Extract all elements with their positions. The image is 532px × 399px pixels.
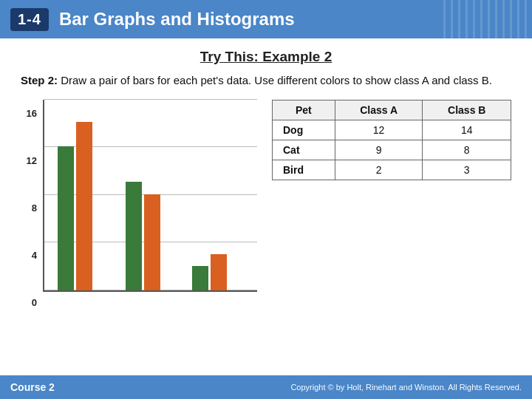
bar-bird-a xyxy=(192,266,208,290)
table-row: Bird 2 3 xyxy=(273,160,511,180)
cell-b-3: 3 xyxy=(423,160,511,180)
col-header-pet: Pet xyxy=(273,100,335,120)
footer-course: Course 2 xyxy=(10,381,55,393)
footer: Course 2 Copyright © by Holt, Rinehart a… xyxy=(0,375,532,399)
bar-dog-a xyxy=(58,146,74,290)
table-area: Pet Class A Class B Dog 12 14 Cat 9 8 Bi… xyxy=(272,100,511,180)
chart-area: 16 12 8 4 0 xyxy=(21,100,257,307)
cell-a-2: 9 xyxy=(335,140,423,160)
bar-bird-b xyxy=(211,254,227,290)
cell-a-3: 2 xyxy=(335,160,423,180)
cell-b-2: 8 xyxy=(423,140,511,160)
step-text: Step 2: Draw a pair of bars for each pet… xyxy=(21,72,511,89)
bar-group-dog xyxy=(58,122,92,290)
cell-pet-1: Dog xyxy=(273,120,335,140)
col-header-class-b: Class B xyxy=(423,100,511,120)
table-row: Dog 12 14 xyxy=(273,120,511,140)
step-body: Draw a pair of bars for each pet's data.… xyxy=(61,74,492,86)
step-label: Step 2: xyxy=(21,74,58,86)
cell-pet-2: Cat xyxy=(273,140,335,160)
header-badge: 1-4 xyxy=(10,8,49,31)
header-title: Bar Graphs and Histograms xyxy=(59,9,295,30)
bar-cat-a xyxy=(126,182,142,290)
header: 1-4 Bar Graphs and Histograms xyxy=(0,0,532,38)
data-table: Pet Class A Class B Dog 12 14 Cat 9 8 Bi… xyxy=(272,100,511,180)
y-label-0: 0 xyxy=(21,297,37,308)
grid-16 xyxy=(44,99,257,100)
bar-group-cat xyxy=(126,182,160,290)
cell-b-1: 14 xyxy=(423,120,511,140)
bar-dog-b xyxy=(76,122,92,290)
y-label-16: 16 xyxy=(21,108,37,119)
table-row: Cat 9 8 xyxy=(273,140,511,160)
main-content: 16 12 8 4 0 xyxy=(21,100,511,307)
y-label-4: 4 xyxy=(21,250,37,261)
footer-copyright: Copyright © by Holt, Rinehart and Winsto… xyxy=(290,383,522,392)
subtitle: Try This: Example 2 xyxy=(0,49,532,65)
y-label-8: 8 xyxy=(21,202,37,214)
subtitle-text: Try This: Example 2 xyxy=(200,49,332,64)
y-label-12: 12 xyxy=(21,155,37,166)
chart-inner xyxy=(43,100,257,292)
bar-group-bird xyxy=(192,254,227,290)
cell-pet-3: Bird xyxy=(273,160,335,180)
cell-a-1: 12 xyxy=(335,120,423,140)
bar-cat-b xyxy=(144,194,160,290)
table-header-row: Pet Class A Class B xyxy=(273,100,511,120)
col-header-class-a: Class A xyxy=(335,100,423,120)
bg-pattern xyxy=(443,0,532,38)
